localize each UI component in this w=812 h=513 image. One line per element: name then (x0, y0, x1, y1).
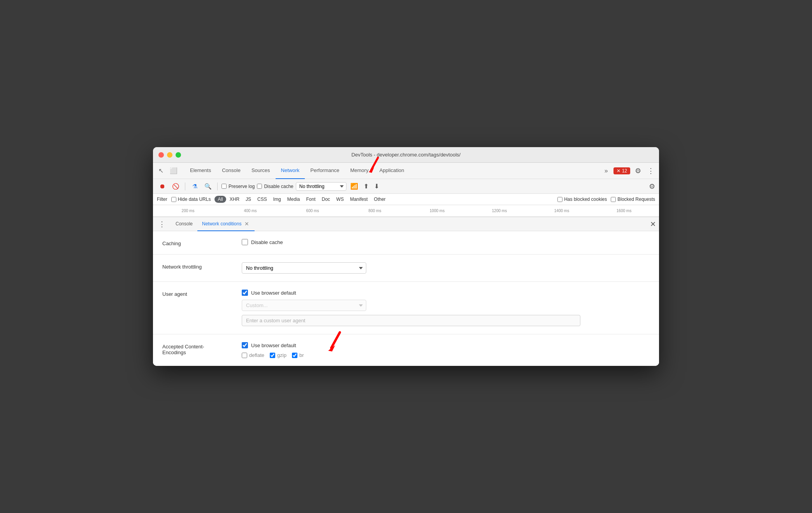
deflate-label[interactable]: deflate (242, 352, 264, 358)
drawer-tab-close-icon[interactable]: ✕ (244, 221, 250, 227)
error-badge[interactable]: ✕ 12 (613, 167, 630, 174)
record-button[interactable]: ⏺ (157, 181, 168, 192)
filter-type-js[interactable]: JS (243, 195, 254, 203)
filter-type-xhr[interactable]: XHR (227, 195, 242, 203)
toolbar-divider-2 (217, 183, 218, 190)
tick-3: 600 ms (281, 209, 344, 213)
use-browser-default-encodings-checkbox[interactable] (242, 342, 248, 348)
disable-cache-checkbox[interactable] (242, 239, 248, 245)
titlebar: DevTools - developer.chrome.com/tags/dev… (153, 147, 659, 163)
drawer-menu-icon[interactable]: ⋮ (156, 218, 168, 230)
throttling-label: Network throttling (162, 262, 232, 270)
drawer-tab-network-conditions[interactable]: Network conditions ✕ (197, 217, 255, 231)
settings-icon[interactable]: ⚙ (633, 165, 643, 177)
blocked-requests-label[interactable]: Blocked Requests (611, 197, 655, 202)
minimize-button[interactable] (167, 152, 172, 158)
tick-6: 1200 ms (468, 209, 531, 213)
filter-icon[interactable]: ⚗ (189, 181, 200, 192)
use-browser-default-checkbox[interactable] (242, 290, 248, 296)
network-conditions-content: Caching Disable cache Network throttling… (153, 231, 659, 366)
br-checkbox[interactable] (292, 353, 297, 358)
preserve-log-checkbox[interactable] (221, 184, 227, 189)
gzip-label[interactable]: gzip (270, 352, 286, 358)
hide-data-urls-label[interactable]: Hide data URLs (171, 197, 211, 202)
tick-4: 800 ms (344, 209, 406, 213)
drawer-tabbar: ⋮ Console Network conditions ✕ ✕ (153, 217, 659, 231)
toolbar-divider-1 (185, 183, 185, 190)
tick-7: 1400 ms (531, 209, 593, 213)
throttling-dropdown[interactable]: No throttling Fast 3G Slow 3G Offline Cu… (242, 262, 366, 274)
window-controls (158, 152, 181, 158)
maximize-button[interactable] (176, 152, 181, 158)
device-icon[interactable]: ⬜ (167, 165, 180, 176)
search-icon[interactable]: 🔍 (202, 181, 213, 192)
br-label[interactable]: br (292, 352, 304, 358)
filter-type-img[interactable]: Img (271, 195, 284, 203)
tick-5: 1000 ms (406, 209, 468, 213)
filter-type-ws[interactable]: WS (334, 195, 346, 203)
tab-memory[interactable]: Memory (345, 163, 374, 179)
devtools-window: DevTools - developer.chrome.com/tags/dev… (153, 147, 659, 366)
nav-icons: ↖ ⬜ (156, 165, 180, 176)
clear-button[interactable]: 🚫 (170, 181, 181, 192)
filter-label: Filter (157, 197, 167, 202)
gzip-checkbox[interactable] (270, 353, 275, 358)
disable-cache-label[interactable]: Disable cache (242, 239, 650, 245)
upload-icon[interactable]: ⬆ (362, 182, 370, 191)
encoding-checkboxes: deflate gzip br (242, 352, 650, 358)
caching-controls: Disable cache (242, 239, 650, 245)
timeline-area: 200 ms 400 ms 600 ms 800 ms 1000 ms 1200… (153, 205, 659, 217)
disable-cache-label[interactable]: Disable cache (257, 184, 293, 189)
filter-type-css[interactable]: CSS (255, 195, 270, 203)
drawer: ⋮ Console Network conditions ✕ ✕ Caching… (153, 217, 659, 366)
drawer-tab-console[interactable]: Console (171, 217, 197, 231)
filter-type-doc[interactable]: Doc (319, 195, 333, 203)
tab-network[interactable]: Network (276, 163, 305, 179)
throttling-controls: No throttling Fast 3G Slow 3G Offline Cu… (242, 262, 650, 274)
tab-application[interactable]: Application (374, 163, 410, 179)
tab-console[interactable]: Console (216, 163, 246, 179)
error-icon: ✕ (617, 168, 620, 174)
disable-cache-checkbox[interactable] (257, 184, 262, 189)
has-blocked-cookies-checkbox[interactable] (557, 197, 562, 202)
custom-ua-select[interactable]: Custom... (242, 300, 366, 311)
tick-8: 1600 ms (593, 209, 655, 213)
download-icon[interactable]: ⬇ (373, 182, 381, 191)
has-blocked-cookies-label[interactable]: Has blocked cookies (557, 197, 607, 202)
hide-data-urls-checkbox[interactable] (171, 197, 176, 202)
wifi-icon[interactable]: 📶 (349, 182, 360, 191)
filter-type-font[interactable]: Font (303, 195, 318, 203)
content-encodings-label: Accepted Content-Encodings (162, 342, 232, 355)
filter-bar: Filter Hide data URLs All XHR JS CSS Img… (153, 194, 659, 205)
content-encodings-controls: Use browser default deflate gzip (242, 342, 650, 358)
user-agent-label: User agent (162, 290, 232, 297)
custom-ua-input[interactable] (242, 315, 580, 326)
user-agent-controls: Use browser default Custom... (242, 290, 650, 326)
filter-type-other[interactable]: Other (371, 195, 388, 203)
tick-2: 400 ms (219, 209, 281, 213)
tab-right-buttons: » ✕ 12 ⚙ ⋮ (602, 165, 656, 177)
network-settings-icon[interactable]: ⚙ (649, 182, 655, 191)
deflate-checkbox[interactable] (242, 353, 247, 358)
throttle-select[interactable]: No throttling Fast 3G Slow 3G Offline (296, 182, 346, 191)
blocked-requests-checkbox[interactable] (611, 197, 616, 202)
tab-performance[interactable]: Performance (305, 163, 344, 179)
main-tabbar: ↖ ⬜ Elements Console Sources Network Per… (153, 163, 659, 179)
timeline-ticks: 200 ms 400 ms 600 ms 800 ms 1000 ms 1200… (157, 209, 655, 213)
caching-label: Caching (162, 239, 232, 246)
use-browser-default-encodings-label[interactable]: Use browser default (242, 342, 650, 348)
tab-elements[interactable]: Elements (185, 163, 216, 179)
use-browser-default-label[interactable]: Use browser default (242, 290, 650, 296)
close-button[interactable] (158, 152, 164, 158)
filter-type-manifest[interactable]: Manifest (347, 195, 370, 203)
more-tabs-icon[interactable]: » (602, 166, 610, 176)
tab-sources[interactable]: Sources (246, 163, 276, 179)
cursor-icon[interactable]: ↖ (156, 165, 166, 176)
more-options-icon[interactable]: ⋮ (646, 165, 656, 177)
drawer-close-button[interactable]: ✕ (650, 220, 656, 228)
network-toolbar: ⏺ 🚫 ⚗ 🔍 Preserve log Disable cache No th… (153, 179, 659, 194)
window-title: DevTools - developer.chrome.com/tags/dev… (352, 152, 460, 158)
preserve-log-label[interactable]: Preserve log (221, 184, 255, 189)
filter-type-media[interactable]: Media (285, 195, 303, 203)
filter-type-all[interactable]: All (214, 196, 226, 203)
